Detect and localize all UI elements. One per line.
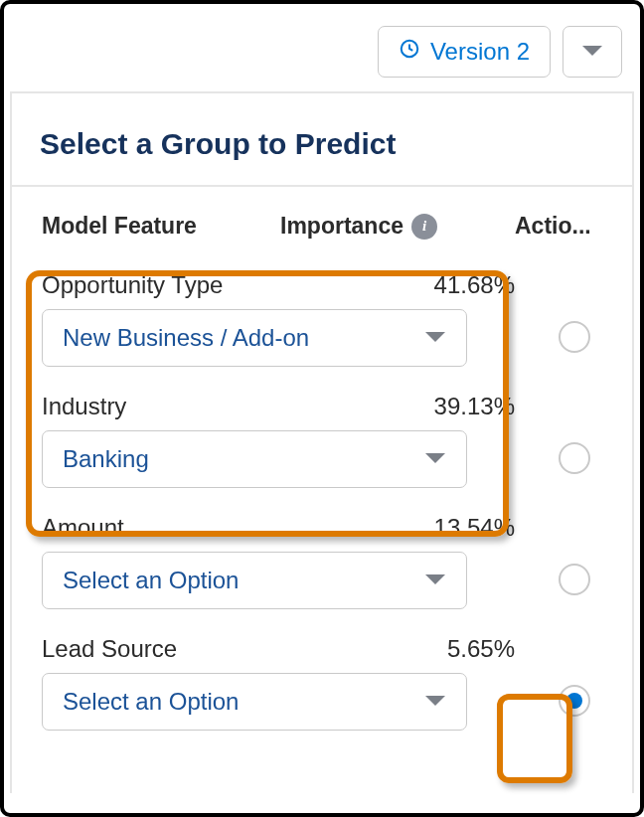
feature-select-amount[interactable]: Select an Option: [42, 552, 467, 609]
clock-icon: [399, 38, 420, 66]
feature-importance: 5.65%: [447, 635, 515, 663]
select-value: Select an Option: [63, 567, 239, 594]
chevron-down-icon: [424, 452, 446, 466]
feature-importance: 39.13%: [434, 393, 515, 420]
info-icon[interactable]: i: [411, 214, 437, 240]
feature-row-industry: Industry 39.13% Banking: [42, 381, 602, 502]
chevron-down-icon: [424, 695, 446, 709]
feature-select-opportunity-type[interactable]: New Business / Add-on: [42, 309, 467, 367]
feature-name: Opportunity Type: [42, 271, 434, 299]
feature-list: Opportunity Type 41.68% New Business / A…: [12, 255, 632, 744]
chevron-down-icon: [581, 45, 603, 59]
col-header-feature: Model Feature: [42, 213, 280, 240]
feature-row-amount: Amount 13.54% Select an Option: [42, 502, 602, 623]
col-header-importance: Importance i: [280, 213, 515, 240]
select-value: New Business / Add-on: [63, 324, 309, 352]
version-dropdown-button[interactable]: [563, 26, 622, 78]
feature-importance: 41.68%: [434, 271, 515, 299]
panel-title: Select a Group to Predict: [12, 93, 632, 187]
action-radio-opportunity-type[interactable]: [559, 321, 590, 353]
feature-importance: 13.54%: [434, 514, 515, 542]
action-radio-amount[interactable]: [559, 564, 590, 595]
action-radio-industry[interactable]: [559, 442, 590, 474]
feature-name: Amount: [42, 514, 434, 542]
feature-select-lead-source[interactable]: Select an Option: [42, 673, 467, 731]
select-value: Select an Option: [63, 688, 239, 716]
feature-name: Industry: [42, 393, 434, 420]
version-label: Version 2: [430, 38, 530, 66]
feature-select-industry[interactable]: Banking: [42, 430, 467, 488]
feature-row-opportunity-type: Opportunity Type 41.68% New Business / A…: [42, 259, 602, 381]
action-radio-lead-source[interactable]: [559, 685, 590, 717]
chevron-down-icon: [424, 331, 446, 345]
feature-name: Lead Source: [42, 635, 447, 663]
col-header-action: Actio...: [515, 213, 602, 240]
select-value: Banking: [63, 445, 149, 473]
top-toolbar: Version 2: [4, 4, 640, 91]
version-button[interactable]: Version 2: [378, 26, 551, 78]
predict-panel: Select a Group to Predict Model Feature …: [10, 91, 634, 793]
chevron-down-icon: [424, 573, 446, 587]
feature-row-lead-source: Lead Source 5.65% Select an Option: [42, 623, 602, 744]
column-headers: Model Feature Importance i Actio...: [12, 187, 632, 255]
